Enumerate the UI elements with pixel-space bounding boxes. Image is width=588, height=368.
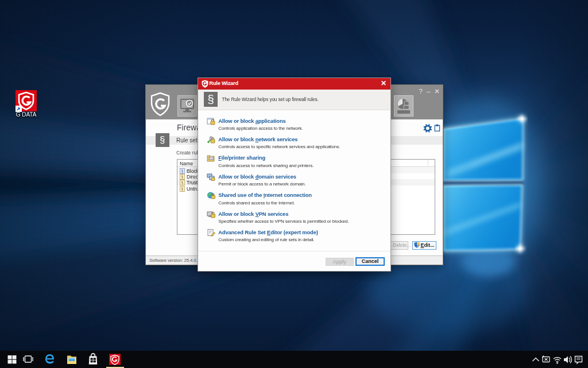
svg-text:§: § [181, 168, 183, 174]
svg-text:§: § [181, 186, 183, 192]
svg-text:§: § [181, 174, 183, 180]
svg-text:§: § [181, 180, 183, 185]
